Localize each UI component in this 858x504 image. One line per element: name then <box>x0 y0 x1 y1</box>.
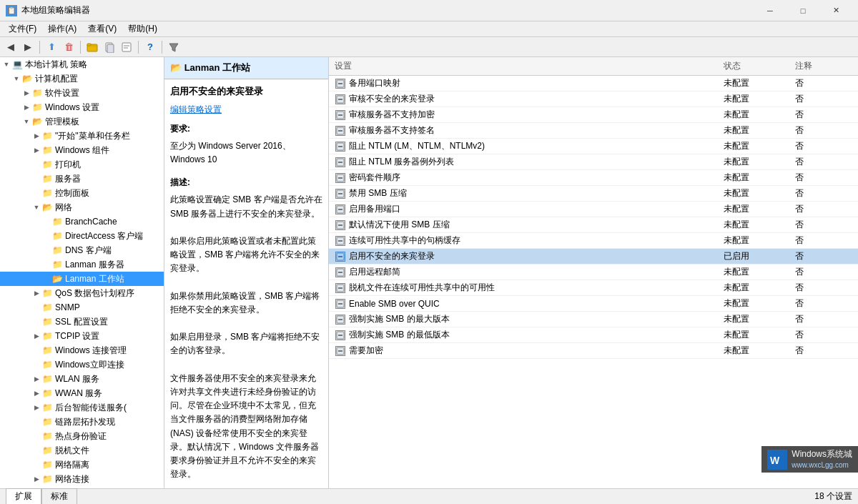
settings-row[interactable]: 连续可用性共享中的句柄缓存未配置否 <box>329 233 858 249</box>
setting-icon-inner <box>335 189 345 199</box>
tree-item-qos[interactable]: ▶ 📁 QoS 数据包计划程序 <box>0 286 164 300</box>
tree-item-printer[interactable]: ▶ 📁 打印机 <box>0 157 164 172</box>
tab-standard[interactable]: 标准 <box>41 488 77 504</box>
folder-lanman-server-icon: 📁 <box>51 259 63 270</box>
setting-name: Enable SMB over QUIC <box>349 299 724 309</box>
toolbar-forward[interactable]: ▶ <box>20 39 36 55</box>
tree-item-admin[interactable]: ▼ 📂 管理模板 <box>0 114 164 129</box>
folder-hotspot-icon: 📁 <box>41 430 53 442</box>
tree-item-ssl[interactable]: ▶ 📁 SSL 配置设置 <box>0 315 164 329</box>
tree-item-wincomp[interactable]: ▶ 📁 Windows 组件 <box>0 143 164 157</box>
toolbar-filter[interactable] <box>166 39 182 55</box>
toolbar-copy2[interactable] <box>119 39 134 55</box>
menu-file[interactable]: 文件(F) <box>3 21 42 36</box>
setting-icon-inner <box>335 283 345 293</box>
settings-row[interactable]: 审核服务器不支持签名未配置否 <box>329 123 858 139</box>
tree-label-directaccess: DirectAccess 客户端 <box>65 230 143 242</box>
tree-item-controlpanel[interactable]: ▶ 📁 控制面板 <box>0 186 164 200</box>
tree-item-network[interactable]: ▼ 📂 网络 <box>0 200 164 214</box>
detail-panel: 📂 Lanman 工作站 启用不安全的来宾登录 编辑策略设置 要求: 至少为 W… <box>164 57 329 488</box>
toolbar-sep-1 <box>39 41 40 54</box>
folder-winsettings-icon: 📁 <box>31 102 43 113</box>
tree-item-winconnect[interactable]: ▶ 📁 Windows立即连接 <box>0 357 164 372</box>
tree-label-server: 服务器 <box>55 173 81 185</box>
tree-item-netisolation[interactable]: ▶ 📁 网络隔离 <box>0 458 164 472</box>
toolbar-back[interactable]: ◀ <box>3 39 19 55</box>
expand-root: ▼ <box>1 59 11 69</box>
setting-icon-inner <box>335 236 345 246</box>
settings-row[interactable]: 脱机文件在连续可用性共享中的可用性未配置否 <box>329 280 858 296</box>
tree-item-root[interactable]: ▼ 💻 本地计算机 策略 <box>0 57 164 71</box>
setting-icon-inner <box>335 267 345 277</box>
tree-item-dns[interactable]: ▶ 📁 DNS 客户端 <box>0 243 164 257</box>
settings-row[interactable]: 强制实施 SMB 的最低版本未配置否 <box>329 327 858 343</box>
folder-netisolation-icon: 📁 <box>41 459 53 470</box>
tree-item-lltd[interactable]: ▶ 📁 链路层拓扑发现 <box>0 415 164 429</box>
settings-row[interactable]: 备用端口映射未配置否 <box>329 76 858 92</box>
setting-icon <box>335 157 346 168</box>
settings-row[interactable]: 启用备用端口未配置否 <box>329 202 858 217</box>
tree-item-server[interactable]: ▶ 📁 服务器 <box>0 172 164 186</box>
tree-item-tcpip[interactable]: ▶ 📁 TCPIP 设置 <box>0 329 164 343</box>
setting-icon-inner <box>335 157 345 167</box>
tree-item-wlan[interactable]: ▶ 📁 WLAN 服务 <box>0 372 164 386</box>
settings-row[interactable]: 密码套件顺序未配置否 <box>329 170 858 186</box>
setting-note: 否 <box>795 93 852 105</box>
tree-item-branchcache[interactable]: ▶ 📁 BranchCache <box>0 214 164 229</box>
tree-item-winsettings[interactable]: ▶ 📁 Windows 设置 <box>0 100 164 114</box>
toolbar-copy1[interactable] <box>102 39 117 55</box>
window-controls: ─ □ ✕ <box>754 0 852 21</box>
tree-item-directaccess[interactable]: ▶ 📁 DirectAccess 客户端 <box>0 229 164 243</box>
tree-item-software[interactable]: ▶ 📁 软件设置 <box>0 86 164 100</box>
settings-row[interactable]: 阻止 NTLM 服务器例外列表未配置否 <box>329 154 858 170</box>
minimize-button[interactable]: ─ <box>754 0 786 21</box>
close-button[interactable]: ✕ <box>819 0 852 21</box>
menu-view[interactable]: 查看(V) <box>82 21 122 36</box>
setting-icon-inner <box>335 79 345 89</box>
tree-item-lanman-server[interactable]: ▶ 📁 Lanman 服务器 <box>0 257 164 272</box>
tree-item-netconn[interactable]: ▶ 📁 网络连接 <box>0 472 164 486</box>
title-bar: 📋 本地组策略编辑器 ─ □ ✕ <box>0 0 858 21</box>
setting-name: 启用备用端口 <box>349 203 724 215</box>
tree-item-computer[interactable]: ▼ 📂 计算机配置 <box>0 71 164 86</box>
settings-row[interactable]: 需要加密未配置否 <box>329 343 858 359</box>
svg-text:W: W <box>770 455 780 466</box>
toolbar-sep-3 <box>138 41 139 54</box>
maximize-button[interactable]: □ <box>786 0 819 21</box>
menu-action[interactable]: 操作(A) <box>42 21 82 36</box>
setting-name: 脱机文件在连续可用性共享中的可用性 <box>349 282 724 294</box>
tree-label-wincomp: Windows 组件 <box>55 144 109 157</box>
setting-note: 否 <box>795 219 852 231</box>
status-bar: 扩展 标准 18 个设置 <box>0 488 858 504</box>
tree-item-offline[interactable]: ▶ 📁 脱机文件 <box>0 443 164 458</box>
setting-status: 未配置 <box>724 203 795 215</box>
tree-item-snmp[interactable]: ▶ 📁 SNMP <box>0 300 164 315</box>
tab-extend[interactable]: 扩展 <box>6 488 41 504</box>
tree-item-startmenu[interactable]: ▶ 📁 "开始"菜单和任务栏 <box>0 129 164 143</box>
settings-row[interactable]: 审核服务器不支持加密未配置否 <box>329 107 858 123</box>
tree-label-printer: 打印机 <box>55 159 81 171</box>
settings-row[interactable]: 启用远程邮简未配置否 <box>329 265 858 280</box>
toolbar-up[interactable]: ⬆ <box>44 39 59 55</box>
setting-icon <box>335 235 346 247</box>
settings-row[interactable]: 禁用 SMB 压缩未配置否 <box>329 186 858 202</box>
menu-help[interactable]: 帮助(H) <box>122 21 163 36</box>
tree-item-lanman-workstation[interactable]: ▶ 📂 Lanman 工作站 <box>0 272 164 286</box>
tree-item-winconn[interactable]: ▶ 📁 Windows 连接管理 <box>0 343 164 357</box>
tree-item-bits[interactable]: ▶ 📁 后台智能传送服务( <box>0 400 164 415</box>
settings-row[interactable]: 审核不安全的来宾登录未配置否 <box>329 92 858 107</box>
setting-icon-inner <box>335 204 345 214</box>
settings-row[interactable]: 强制实施 SMB 的最大版本未配置否 <box>329 312 858 327</box>
settings-row[interactable]: 启用不安全的来宾登录已启用否 <box>329 249 858 265</box>
tree-item-hotspot[interactable]: ▶ 📁 热点身份验证 <box>0 429 164 443</box>
settings-row[interactable]: 阻止 NTLM (LM、NTLM、NTLMv2)未配置否 <box>329 139 858 154</box>
toolbar-help[interactable]: ? <box>142 39 158 55</box>
expand-software: ▶ <box>21 88 31 98</box>
settings-row[interactable]: 默认情况下使用 SMB 压缩未配置否 <box>329 217 858 233</box>
toolbar-delete[interactable]: 🗑 <box>61 39 77 55</box>
detail-policy-link[interactable]: 编辑策略设置 <box>164 104 328 120</box>
tree-item-wwan[interactable]: ▶ 📁 WWAN 服务 <box>0 386 164 400</box>
tree-item-ncsi[interactable]: ▶ 📁 网络连接状态指示 <box>0 486 164 488</box>
toolbar-folder[interactable] <box>84 39 100 55</box>
settings-row[interactable]: Enable SMB over QUIC未配置否 <box>329 296 858 312</box>
